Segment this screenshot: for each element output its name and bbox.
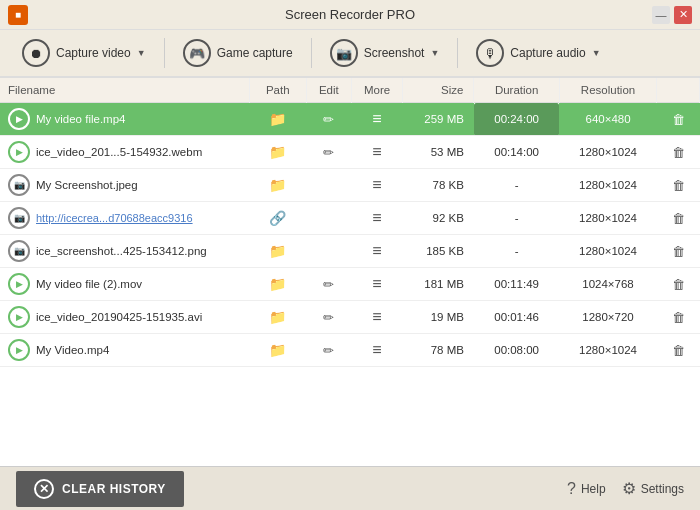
more-button[interactable]: ≡ [371, 109, 382, 129]
cell-edit: ✏ [306, 301, 351, 334]
edit-button[interactable]: ✏ [322, 309, 335, 326]
cell-delete: 🗑 [657, 169, 700, 202]
cell-duration: - [474, 169, 559, 202]
minimize-button[interactable]: — [652, 6, 670, 24]
more-button[interactable]: ≡ [371, 142, 382, 162]
table-row[interactable]: ▶My Video.mp4📁✏≡78 MB00:08:001280×1024🗑 [0, 334, 700, 367]
cell-size: 185 KB [403, 235, 474, 268]
game-capture-icon: 🎮 [183, 39, 211, 67]
cell-more: ≡ [351, 202, 402, 235]
cell-size: 181 MB [403, 268, 474, 301]
table-row[interactable]: 📷My Screenshot.jpeg📁≡78 KB-1280×1024🗑 [0, 169, 700, 202]
clear-history-button[interactable]: ✕ CLEAR HISTORY [16, 471, 184, 507]
screenshot-button[interactable]: 📷 Screenshot ▼ [320, 33, 450, 73]
screenshot-type-icon: 📷 [8, 240, 30, 262]
open-path-button[interactable]: 📁 [268, 242, 287, 260]
more-button[interactable]: ≡ [371, 175, 382, 195]
cell-filename: 📷My Screenshot.jpeg [0, 169, 249, 202]
cell-size: 53 MB [403, 136, 474, 169]
cell-duration: 00:24:00 [474, 103, 559, 136]
more-button[interactable]: ≡ [371, 274, 382, 294]
edit-button[interactable]: ✏ [322, 144, 335, 161]
cell-filename: ▶My Video.mp4 [0, 334, 249, 367]
capture-audio-button[interactable]: 🎙 Capture audio ▼ [466, 33, 610, 73]
play-icon[interactable]: ▶ [8, 108, 30, 130]
capture-video-label: Capture video [56, 46, 131, 60]
cell-more: ≡ [351, 268, 402, 301]
play-icon[interactable]: ▶ [8, 273, 30, 295]
play-icon[interactable]: ▶ [8, 141, 30, 163]
cell-filename: 📷http://icecrea...d70688eacc9316 [0, 202, 249, 235]
delete-button[interactable]: 🗑 [671, 342, 686, 359]
cell-delete: 🗑 [657, 202, 700, 235]
more-button[interactable]: ≡ [371, 307, 382, 327]
play-icon[interactable]: ▶ [8, 306, 30, 328]
cell-more: ≡ [351, 103, 402, 136]
table-row[interactable]: ▶My video file.mp4📁✏≡259 MB00:24:00640×4… [0, 103, 700, 136]
table-row[interactable]: 📷ice_screenshot...425-153412.png📁≡185 KB… [0, 235, 700, 268]
link-icon[interactable]: 🔗 [268, 209, 287, 227]
delete-button[interactable]: 🗑 [671, 111, 686, 128]
filename-text: ice_screenshot...425-153412.png [36, 245, 207, 257]
table-row[interactable]: ▶ice_video_201...5-154932.webm📁✏≡53 MB00… [0, 136, 700, 169]
settings-button[interactable]: ⚙ Settings [622, 479, 684, 498]
filename-text: ice_video_20190425-151935.avi [36, 311, 202, 323]
game-capture-button[interactable]: 🎮 Game capture [173, 33, 303, 73]
capture-audio-icon: 🎙 [476, 39, 504, 67]
settings-label: Settings [641, 482, 684, 496]
cell-size: 19 MB [403, 301, 474, 334]
open-path-button[interactable]: 📁 [268, 143, 287, 161]
screenshot-icon: 📷 [330, 39, 358, 67]
capture-audio-dropdown-icon: ▼ [592, 48, 601, 58]
open-path-button[interactable]: 📁 [268, 110, 287, 128]
cell-more: ≡ [351, 334, 402, 367]
cell-size: 78 MB [403, 334, 474, 367]
table-header: Filename Path Edit More Size Duration Re… [0, 78, 700, 103]
more-button[interactable]: ≡ [371, 340, 382, 360]
delete-button[interactable]: 🗑 [671, 309, 686, 326]
delete-button[interactable]: 🗑 [671, 144, 686, 161]
header-more: More [351, 78, 402, 103]
delete-button[interactable]: 🗑 [671, 210, 686, 227]
cell-edit: ✏ [306, 103, 351, 136]
cell-resolution: 1280×1024 [559, 235, 656, 268]
file-list: Filename Path Edit More Size Duration Re… [0, 78, 700, 466]
help-label: Help [581, 482, 606, 496]
delete-button[interactable]: 🗑 [671, 276, 686, 293]
play-icon[interactable]: ▶ [8, 339, 30, 361]
capture-video-icon: ⏺ [22, 39, 50, 67]
header-delete [657, 78, 700, 103]
open-path-button[interactable]: 📁 [268, 275, 287, 293]
cell-duration: 00:14:00 [474, 136, 559, 169]
cell-path: 📁 [249, 136, 306, 169]
open-path-button[interactable]: 📁 [268, 341, 287, 359]
capture-video-button[interactable]: ⏺ Capture video ▼ [12, 33, 156, 73]
cell-edit [306, 169, 351, 202]
edit-button[interactable]: ✏ [322, 276, 335, 293]
cell-resolution: 1280×1024 [559, 202, 656, 235]
edit-button[interactable]: ✏ [322, 111, 335, 128]
filename-text: My Video.mp4 [36, 344, 109, 356]
help-button[interactable]: ? Help [567, 480, 606, 498]
close-button[interactable]: ✕ [674, 6, 692, 24]
table-row[interactable]: 📷http://icecrea...d70688eacc9316🔗≡92 KB-… [0, 202, 700, 235]
more-button[interactable]: ≡ [371, 241, 382, 261]
cell-resolution: 1024×768 [559, 268, 656, 301]
toolbar: ⏺ Capture video ▼ 🎮 Game capture 📷 Scree… [0, 30, 700, 78]
cell-duration: - [474, 202, 559, 235]
table-row[interactable]: ▶My video file (2).mov📁✏≡181 MB00:11:491… [0, 268, 700, 301]
cell-filename: ▶ice_video_20190425-151935.avi [0, 301, 249, 334]
table-row[interactable]: ▶ice_video_20190425-151935.avi📁✏≡19 MB00… [0, 301, 700, 334]
more-button[interactable]: ≡ [371, 208, 382, 228]
gear-icon: ⚙ [622, 479, 636, 498]
cell-resolution: 1280×1024 [559, 169, 656, 202]
delete-button[interactable]: 🗑 [671, 177, 686, 194]
cell-resolution: 1280×1024 [559, 334, 656, 367]
open-path-button[interactable]: 📁 [268, 308, 287, 326]
cell-resolution: 640×480 [559, 103, 656, 136]
edit-button[interactable]: ✏ [322, 342, 335, 359]
delete-button[interactable]: 🗑 [671, 243, 686, 260]
screenshot-label: Screenshot [364, 46, 425, 60]
screenshot-dropdown-icon: ▼ [430, 48, 439, 58]
open-path-button[interactable]: 📁 [268, 176, 287, 194]
